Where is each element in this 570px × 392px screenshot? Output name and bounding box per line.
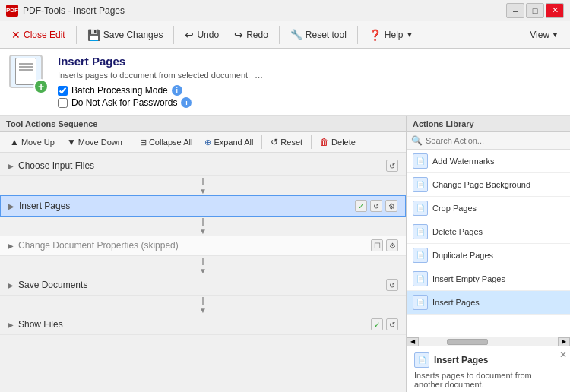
close-button[interactable]: ✕ [546, 3, 564, 18]
reset-button[interactable]: ↺ Reset [265, 134, 308, 150]
action-label-4: Save Documents [18, 280, 386, 290]
view-button[interactable]: View ▼ [523, 27, 565, 43]
view-label: View [530, 30, 549, 40]
expand-label: Expand All [214, 138, 253, 147]
help-button[interactable]: ❓ Help ▼ [362, 26, 420, 44]
expand-all-button[interactable]: ⊕ Expand All [199, 135, 258, 150]
left-panel: Tool Actions Sequence ▲ Move Up ▼ Move D… [0, 116, 407, 392]
seq-sep-3 [311, 135, 312, 149]
undo-icon: ↩ [185, 29, 194, 41]
header-description: Inserts pages to document from selected … [58, 69, 561, 81]
lib-label-add-watermarks: Add Watermarks [432, 156, 495, 166]
connector-arrow-2: ▼ [0, 227, 406, 236]
preview-close-button[interactable]: ✕ [559, 349, 567, 360]
right-panel: Actions Library 🔍 📄 Add Watermarks 📄 Cha… [407, 116, 570, 392]
connector-3 [0, 256, 406, 267]
undo-button[interactable]: ↩ Undo [178, 26, 226, 44]
action-item-insert-pages[interactable]: ▶ Insert Pages ✓ ↺ ⚙ [0, 195, 406, 217]
close-edit-button[interactable]: ✕ Close Edit [5, 26, 72, 44]
minimize-button[interactable]: – [506, 3, 524, 18]
toolbar-separator-4 [357, 26, 358, 44]
move-down-label: Move Down [78, 138, 122, 147]
lib-item-add-watermarks[interactable]: 📄 Add Watermarks [407, 150, 570, 173]
save-changes-button[interactable]: 💾 Save Changes [81, 26, 170, 44]
do-not-ask-checkbox[interactable] [58, 98, 68, 108]
action-check-btn-5[interactable]: ✓ [371, 318, 383, 330]
lib-icon-insert-empty: 📄 [413, 271, 428, 286]
lib-icon-duplicate-pages: 📄 [413, 248, 428, 263]
action-check-btn-2[interactable]: ✓ [355, 200, 367, 212]
action-settings-btn-3[interactable]: ⚙ [386, 239, 398, 251]
toolbar-separator-2 [173, 26, 174, 44]
action-item-show-files[interactable]: ▶ Show Files ✓ ↺ [0, 315, 406, 335]
preview-icon: 📄 [414, 352, 429, 368]
sequence-header: Tool Actions Sequence [0, 116, 406, 132]
library-list: 📄 Add Watermarks 📄 Change Page Backgroun… [407, 150, 570, 337]
action-reset-btn-2[interactable]: ↺ [370, 200, 382, 212]
lib-item-insert-pages[interactable]: 📄 Insert Pages [407, 291, 570, 315]
seq-sep-1 [131, 135, 131, 149]
do-not-ask-info-icon[interactable]: i [181, 97, 192, 108]
move-up-icon: ▲ [10, 137, 19, 147]
action-reset-btn-1[interactable]: ↺ [386, 160, 398, 172]
action-item-choose-input[interactable]: ▶ Choose Input Files ↺ [0, 156, 406, 176]
help-icon: ❓ [369, 29, 382, 41]
lib-label-crop-pages: Crop Pages [432, 204, 477, 213]
app-icon: PDF [6, 5, 18, 17]
lib-icon-crop-pages: 📄 [413, 201, 428, 216]
redo-button[interactable]: ↪ Redo [227, 26, 275, 44]
batch-mode-row: Batch Processing Mode i [58, 85, 561, 96]
preview-description: Inserts pages to document from another d… [414, 371, 562, 389]
action-item-save-documents[interactable]: ▶ Save Documents ↺ [0, 275, 406, 296]
connector-4 [0, 296, 406, 306]
action-reset-btn-5[interactable]: ↺ [386, 318, 398, 330]
lib-item-insert-empty[interactable]: 📄 Insert Empty Pages [407, 267, 570, 291]
lib-icon-change-background: 📄 [413, 177, 428, 192]
expand-arrow-4: ▶ [8, 281, 14, 289]
move-up-button[interactable]: ▲ Move Up [5, 134, 60, 150]
action-check-btn-3[interactable]: ☐ [371, 239, 383, 251]
seq-sep-2 [261, 135, 262, 149]
more-options-button[interactable]: ... [255, 69, 263, 81]
maximize-button[interactable]: □ [526, 3, 544, 18]
collapse-label: Collapse All [149, 138, 192, 147]
search-box: 🔍 [407, 132, 570, 150]
move-down-button[interactable]: ▼ Move Down [62, 134, 128, 150]
right-panel-inner: Actions Library 🔍 📄 Add Watermarks 📄 Cha… [407, 116, 570, 392]
delete-button[interactable]: 🗑 Delete [315, 134, 361, 150]
horizontal-scrollbar: ◀ ▶ [407, 337, 570, 346]
h-scroll-left[interactable]: ◀ [407, 337, 419, 346]
reset-tool-button[interactable]: 🔧 Reset tool [283, 26, 353, 43]
toolbar-separator-1 [76, 26, 77, 44]
action-controls-1: ↺ [386, 160, 398, 172]
lib-icon-delete-pages: 📄 [413, 224, 428, 239]
lib-item-change-background[interactable]: 📄 Change Page Background [407, 173, 570, 197]
h-scroll-thumb[interactable] [447, 339, 489, 345]
connector-line-2 [202, 218, 204, 226]
action-controls-2: ✓ ↺ ⚙ [355, 200, 397, 212]
connector-line-4 [202, 297, 204, 305]
batch-mode-info-icon[interactable]: i [172, 85, 182, 96]
lib-item-duplicate-pages[interactable]: 📄 Duplicate Pages [407, 244, 570, 267]
lib-item-crop-pages[interactable]: 📄 Crop Pages [407, 197, 570, 220]
expand-arrow-3: ▶ [8, 242, 14, 250]
lib-icon-add-watermarks: 📄 [413, 153, 428, 169]
action-settings-btn-2[interactable]: ⚙ [385, 200, 397, 212]
reset-icon: ↺ [271, 137, 278, 147]
lib-item-delete-pages[interactable]: 📄 Delete Pages [407, 220, 570, 244]
save-changes-label: Save Changes [103, 30, 163, 40]
connector-line-3 [202, 258, 204, 265]
reset-tool-label: Reset tool [306, 30, 347, 40]
connector-line-1 [202, 178, 204, 185]
lib-label-insert-empty: Insert Empty Pages [432, 274, 505, 283]
reset-label: Reset [280, 138, 302, 147]
connector-arrow-3: ▼ [0, 267, 406, 275]
action-item-change-props[interactable]: ▶ Change Document Properties (skipped) ☐… [0, 236, 406, 256]
toolbar-separator-3 [279, 26, 280, 44]
h-scroll-right[interactable]: ▶ [558, 337, 570, 346]
search-input[interactable] [426, 136, 565, 145]
collapse-all-button[interactable]: ⊟ Collapse All [135, 135, 198, 150]
batch-mode-label: Batch Processing Mode [71, 85, 168, 96]
action-reset-btn-4[interactable]: ↺ [386, 279, 398, 291]
batch-mode-checkbox[interactable] [58, 86, 68, 96]
